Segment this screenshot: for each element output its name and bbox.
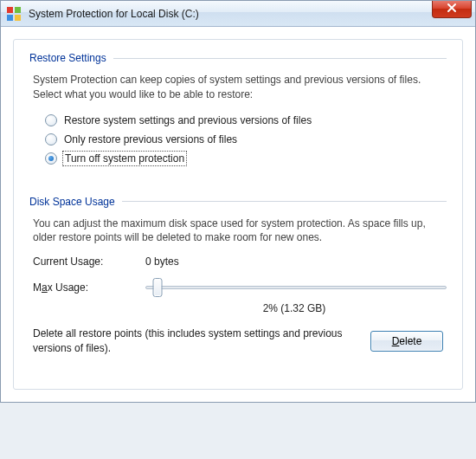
group-header: Restore Settings [29, 52, 447, 64]
system-protection-dialog: System Protection for Local Disk (C:) Re… [0, 0, 476, 403]
slider-thumb[interactable] [152, 278, 162, 297]
max-usage-row: Max Usage: [33, 276, 447, 299]
radio-label: Restore system settings and previous ver… [64, 114, 312, 126]
window-title: System Protection for Local Disk (C:) [29, 8, 199, 20]
group-divider [122, 201, 447, 202]
max-usage-slider[interactable] [145, 276, 447, 299]
close-button[interactable] [432, 1, 472, 18]
group-divider [113, 58, 447, 59]
delete-button[interactable]: Delete [370, 331, 443, 352]
restore-settings-group: Restore Settings System Protection can k… [29, 52, 447, 166]
restore-settings-title: Restore Settings [29, 52, 106, 64]
windows-flag-icon [6, 6, 22, 22]
current-usage-row: Current Usage: 0 bytes [33, 255, 447, 268]
svg-rect-3 [15, 15, 21, 21]
radio-option-turn-off[interactable]: Turn off system protection [45, 151, 447, 166]
slider-track [145, 286, 447, 289]
disk-space-usage-title: Disk Space Usage [29, 196, 115, 208]
content-panel: Restore Settings System Protection can k… [13, 39, 463, 390]
delete-restore-points-row: Delete all restore points (this includes… [33, 326, 443, 356]
radio-label: Turn off system protection [64, 152, 185, 165]
svg-rect-2 [7, 15, 13, 21]
disk-description: You can adjust the maximum disk space us… [33, 217, 447, 246]
current-usage-label: Current Usage: [33, 255, 145, 268]
current-usage-value: 0 bytes [145, 255, 179, 268]
client-area: Restore Settings System Protection can k… [1, 27, 475, 402]
radio-option-restore-all[interactable]: Restore system settings and previous ver… [45, 113, 447, 128]
delete-description: Delete all restore points (this includes… [33, 326, 370, 356]
disk-space-usage-group: Disk Space Usage You can adjust the maxi… [29, 196, 447, 356]
close-icon [447, 3, 457, 16]
svg-rect-1 [15, 7, 21, 13]
group-header: Disk Space Usage [29, 196, 447, 208]
restore-description: System Protection can keep copies of sys… [33, 73, 447, 102]
svg-rect-0 [7, 7, 13, 13]
max-usage-label: Max Usage: [33, 281, 145, 294]
max-usage-value: 2% (1.32 GB) [142, 302, 447, 314]
radio-icon [45, 152, 57, 165]
radio-option-restore-files-only[interactable]: Only restore previous versions of files [45, 132, 447, 147]
titlebar[interactable]: System Protection for Local Disk (C:) [1, 1, 475, 27]
radio-icon [45, 133, 57, 145]
radio-icon [45, 114, 57, 126]
radio-label: Only restore previous versions of files [64, 133, 237, 145]
